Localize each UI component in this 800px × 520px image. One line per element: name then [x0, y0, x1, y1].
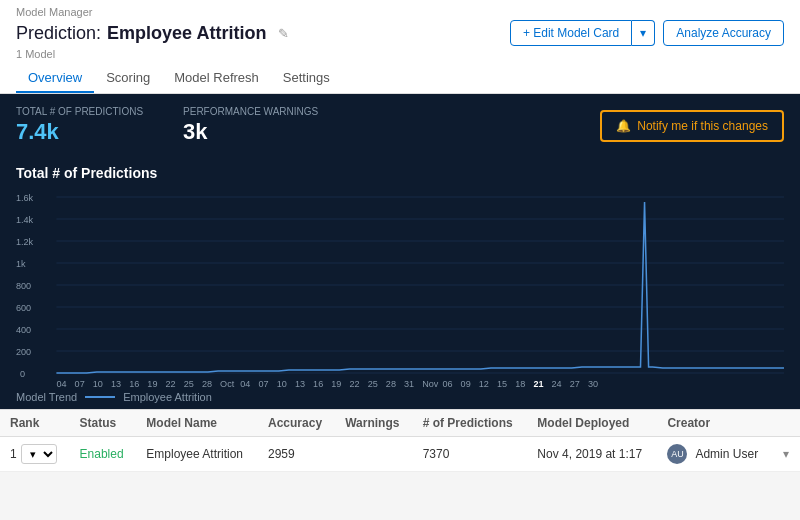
results-table: Rank Status Model Name Accuracy Warnings… — [0, 410, 800, 472]
avatar: AU — [667, 444, 687, 464]
tab-settings[interactable]: Settings — [271, 64, 342, 93]
metrics-row: Total # of Predictions 7.4k Performance … — [16, 106, 784, 145]
cell-accuracy: 2959 — [258, 437, 335, 472]
metric-warnings: Performance Warnings 3k — [183, 106, 318, 145]
rank-dropdown[interactable]: ▾ — [21, 444, 57, 464]
edit-card-dropdown-button[interactable]: ▾ — [632, 20, 655, 46]
header-bar: Model Manager Prediction: Employee Attri… — [0, 0, 800, 94]
x-label-21: 21 — [533, 379, 543, 387]
x-label-25b: 25 — [368, 379, 378, 387]
y-label-600: 600 — [16, 303, 31, 313]
x-label-12: 12 — [479, 379, 489, 387]
rank-cell: 1 ▾ — [10, 444, 60, 464]
prediction-label: Prediction: — [16, 23, 101, 44]
table-section: Rank Status Model Name Accuracy Warnings… — [0, 409, 800, 472]
prediction-name: Employee Attrition — [107, 23, 266, 44]
x-label-18: 18 — [515, 379, 525, 387]
cell-creator: AU Admin User — [657, 437, 772, 472]
x-label-19b: 19 — [331, 379, 341, 387]
metric-warnings-value: 3k — [183, 119, 318, 145]
metric-predictions-value: 7.4k — [16, 119, 143, 145]
legend-line — [85, 396, 115, 398]
x-label-28b: 28 — [386, 379, 396, 387]
chart-container: 1.6k 1.4k 1.2k 1k 800 600 400 200 0 04 0… — [16, 187, 784, 387]
metric-group: Total # of Predictions 7.4k Performance … — [16, 106, 318, 145]
x-label-09: 09 — [461, 379, 471, 387]
rank-value: 1 — [10, 447, 17, 461]
creator-name: Admin User — [695, 447, 758, 461]
y-label-1400: 1.4k — [16, 215, 34, 225]
legend-series-label: Employee Attrition — [123, 391, 212, 403]
notify-label: Notify me if this changes — [637, 119, 768, 133]
x-label-13: 13 — [111, 379, 121, 387]
col-predictions: # of Predictions — [413, 410, 528, 437]
cell-row-actions[interactable]: ▾ — [773, 437, 800, 472]
chart-section: Total # of Predictions 1.6k 1.4k 1.2k 1k… — [0, 157, 800, 387]
creator-cell: AU Admin User — [667, 444, 762, 464]
cell-warnings — [335, 437, 412, 472]
tab-scoring[interactable]: Scoring — [94, 64, 162, 93]
cell-rank: 1 ▾ — [0, 437, 70, 472]
col-deployed: Model Deployed — [527, 410, 657, 437]
y-label-1600: 1.6k — [16, 193, 34, 203]
y-label-1000: 1k — [16, 259, 26, 269]
row-actions-icon[interactable]: ▾ — [783, 447, 789, 461]
header-actions: + Edit Model Card ▾ Analyze Accuracy — [510, 20, 784, 46]
cell-model-name: Employee Attrition — [136, 437, 258, 472]
edit-model-card-button[interactable]: + Edit Model Card — [510, 20, 632, 46]
model-trend-label: Model Trend — [16, 391, 77, 403]
chart-legend: Model Trend Employee Attrition — [0, 387, 800, 409]
tab-overview[interactable]: Overview — [16, 64, 94, 93]
chart-svg: 1.6k 1.4k 1.2k 1k 800 600 400 200 0 04 0… — [16, 187, 784, 387]
col-model-name: Model Name — [136, 410, 258, 437]
col-rank: Rank — [0, 410, 70, 437]
cell-deployed: Nov 4, 2019 at 1:17 — [527, 437, 657, 472]
notify-button[interactable]: 🔔 Notify me if this changes — [600, 110, 784, 142]
x-label-22: 22 — [166, 379, 176, 387]
status-badge: Enabled — [80, 447, 124, 461]
y-label-200: 200 — [16, 347, 31, 357]
col-creator: Creator — [657, 410, 772, 437]
cell-status: Enabled — [70, 437, 137, 472]
x-label-28: 28 — [202, 379, 212, 387]
x-label-10: 10 — [93, 379, 103, 387]
analyze-accuracy-button[interactable]: Analyze Accuracy — [663, 20, 784, 46]
col-actions — [773, 410, 800, 437]
x-label-16: 16 — [129, 379, 139, 387]
cell-predictions: 7370 — [413, 437, 528, 472]
nav-tabs: Overview Scoring Model Refresh Settings — [16, 64, 784, 93]
metric-predictions: Total # of Predictions 7.4k — [16, 106, 143, 145]
metric-predictions-label: Total # of Predictions — [16, 106, 143, 117]
x-label-22b: 22 — [349, 379, 359, 387]
x-label-31: 31 — [404, 379, 414, 387]
y-label-1200: 1.2k — [16, 237, 34, 247]
chart-line — [56, 202, 784, 373]
x-label-07: 07 — [75, 379, 85, 387]
x-label-24: 24 — [552, 379, 562, 387]
table-row: 1 ▾ Enabled Employee Attrition 2959 7370… — [0, 437, 800, 472]
x-label-06: 06 — [442, 379, 452, 387]
y-label-400: 400 — [16, 325, 31, 335]
dashboard-metrics: Total # of Predictions 7.4k Performance … — [0, 94, 800, 157]
x-label-16b: 16 — [313, 379, 323, 387]
col-warnings: Warnings — [335, 410, 412, 437]
col-status: Status — [70, 410, 137, 437]
x-label-nov: Nov — [422, 379, 439, 387]
chart-title: Total # of Predictions — [16, 165, 784, 181]
x-label-07b: 07 — [259, 379, 269, 387]
x-label-19: 19 — [147, 379, 157, 387]
y-label-0: 0 — [20, 369, 25, 379]
tab-model-refresh[interactable]: Model Refresh — [162, 64, 271, 93]
x-label-04b: 04 — [240, 379, 250, 387]
x-label-04: 04 — [56, 379, 66, 387]
x-label-15: 15 — [497, 379, 507, 387]
edit-icon[interactable]: ✎ — [278, 26, 289, 41]
y-label-800: 800 — [16, 281, 31, 291]
bell-icon: 🔔 — [616, 119, 631, 133]
prediction-title: Prediction: Employee Attrition ✎ + Edit … — [16, 20, 784, 46]
metric-warnings-label: Performance Warnings — [183, 106, 318, 117]
x-label-25: 25 — [184, 379, 194, 387]
model-count: 1 Model — [16, 48, 784, 60]
x-label-30: 30 — [588, 379, 598, 387]
x-label-13b: 13 — [295, 379, 305, 387]
